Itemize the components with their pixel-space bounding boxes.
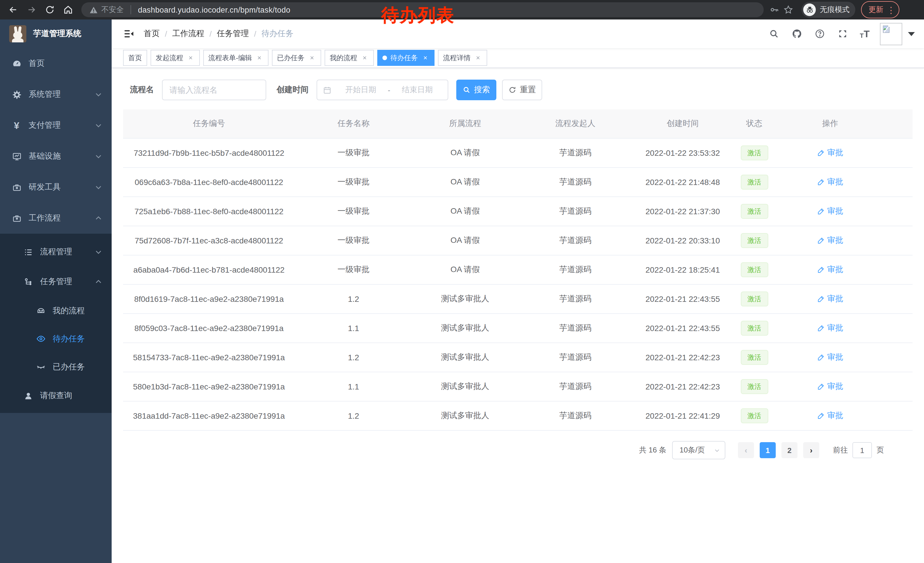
col-process: 所属流程 <box>412 110 518 138</box>
task-name-cell: 一级审批 <box>295 255 412 284</box>
starter-cell: 芋道源码 <box>518 197 633 226</box>
sidebar-item-done-tasks[interactable]: 已办任务 <box>0 353 112 381</box>
reload-icon <box>45 5 55 15</box>
avatar-caret-icon[interactable] <box>908 32 915 36</box>
task-id-cell: 8f059c03-7ac8-11ec-a9e2-a2380e71991a <box>123 314 295 343</box>
edit-pen-icon <box>817 236 825 244</box>
sidebar-item-workflow[interactable]: 工作流程 <box>0 203 112 234</box>
action-cell: 审批 <box>776 401 885 431</box>
tab-done-tasks[interactable]: 已办任务× <box>272 50 321 66</box>
sidebar-item-dev-tools[interactable]: 研发工具 <box>0 172 112 203</box>
spy-icon <box>805 6 814 14</box>
sidebar-item-label: 工作流程 <box>28 213 61 224</box>
reset-button[interactable]: 重置 <box>502 80 542 100</box>
browser-menu-icon[interactable]: ⋮ <box>887 6 896 14</box>
page-size-select[interactable]: 10条/页 <box>672 441 725 459</box>
approve-link[interactable]: 审批 <box>817 381 843 392</box>
next-page-button[interactable]: › <box>803 442 819 458</box>
approve-link[interactable]: 审批 <box>817 177 843 187</box>
fullscreen-button[interactable] <box>837 28 848 39</box>
help-doc-button[interactable] <box>814 28 825 39</box>
process-name-input[interactable] <box>162 80 266 100</box>
url-text[interactable]: dashboard.yudao.iocoder.cn/bpm/task/todo <box>138 6 290 14</box>
sidebar-item-process-management[interactable]: 流程管理 <box>0 237 112 267</box>
breadcrumb-separator: / <box>254 29 256 38</box>
browser-back-button[interactable] <box>8 5 18 15</box>
page-number-2[interactable]: 2 <box>782 442 798 458</box>
approve-link[interactable]: 审批 <box>817 235 843 245</box>
approve-link[interactable]: 审批 <box>817 264 843 275</box>
table-row: 580e1b3d-7ac8-11ec-a9e2-a2380e71991a 1.1… <box>123 372 912 401</box>
close-icon[interactable]: × <box>187 54 195 62</box>
tab-todo-tasks[interactable]: 待办任务× <box>377 50 435 66</box>
close-icon[interactable]: × <box>361 54 369 62</box>
browser-home-button[interactable] <box>63 5 73 15</box>
task-id-cell: 069c6a63-7b8a-11ec-8ef0-acde48001122 <box>123 168 295 197</box>
approve-link[interactable]: 审批 <box>817 410 843 421</box>
tab-home[interactable]: 首页 <box>123 50 147 66</box>
breadcrumb-task-management[interactable]: 任务管理 <box>217 29 249 39</box>
sidebar-item-leave-query[interactable]: 请假查询 <box>0 381 112 411</box>
browser-reload-button[interactable] <box>45 5 55 15</box>
security-label[interactable]: 不安全 <box>101 5 124 15</box>
approve-link[interactable]: 审批 <box>817 323 843 333</box>
status-cell: 激活 <box>733 372 776 401</box>
date-range-picker[interactable]: 开始日期 - 结束日期 <box>316 80 448 100</box>
chevron-down-icon <box>94 122 102 129</box>
sidebar-collapse-button[interactable] <box>123 28 135 39</box>
starter-cell: 芋道源码 <box>518 255 633 284</box>
browser-forward-button[interactable] <box>26 5 37 15</box>
bookmark-star-button[interactable] <box>783 5 794 15</box>
search-button[interactable]: 搜索 <box>456 80 496 100</box>
goto-page-input[interactable] <box>852 442 872 458</box>
action-cell: 审批 <box>776 168 885 197</box>
font-size-button[interactable]: TT <box>860 29 870 39</box>
task-id-cell: 75d72608-7b7f-11ec-a3c8-acde48001122 <box>123 226 295 255</box>
tab-process-detail[interactable]: 流程详情× <box>438 50 487 66</box>
time-cell: 2022-01-21 22:42:23 <box>633 372 733 401</box>
breadcrumb-workflow[interactable]: 工作流程 <box>172 29 204 39</box>
task-name-cell: 1.1 <box>295 372 412 401</box>
start-date-placeholder[interactable]: 开始日期 <box>336 85 386 95</box>
sidebar-item-home[interactable]: 首页 <box>0 48 112 79</box>
gear-icon <box>12 89 22 100</box>
avatar[interactable] <box>880 23 902 45</box>
close-icon[interactable]: × <box>422 54 429 62</box>
approve-link[interactable]: 审批 <box>817 352 843 362</box>
github-link-button[interactable] <box>791 28 802 39</box>
password-key-button[interactable] <box>770 5 780 15</box>
tab-my-process[interactable]: 我的流程× <box>325 50 374 66</box>
page-number-1[interactable]: 1 <box>760 442 776 458</box>
table-row: 73211d9d-7b9b-11ec-b5b7-acde48001122 一级审… <box>123 138 912 168</box>
close-icon[interactable]: × <box>474 54 482 62</box>
table-row: 8f0d1619-7ac8-11ec-a9e2-a2380e71991a 1.2… <box>123 284 912 314</box>
prev-page-button[interactable]: ‹ <box>738 442 754 458</box>
dashboard-icon <box>12 59 22 69</box>
status-cell: 激活 <box>733 226 776 255</box>
approve-link[interactable]: 审批 <box>817 147 843 158</box>
tab-start-process[interactable]: 发起流程× <box>151 50 200 66</box>
active-tab-dot <box>382 56 387 60</box>
sidebar-item-system[interactable]: 系统管理 <box>0 79 112 110</box>
sidebar-item-label: 首页 <box>28 59 45 69</box>
sidebar-item-infrastructure[interactable]: 基础设施 <box>0 141 112 172</box>
sidebar-item-my-process[interactable]: 我的流程 <box>0 297 112 325</box>
browser-update-button[interactable]: 更新 ⋮ <box>861 1 899 18</box>
approve-link[interactable]: 审批 <box>817 294 843 304</box>
close-icon[interactable]: × <box>308 54 316 62</box>
breadcrumb-separator: / <box>165 29 167 38</box>
edit-pen-icon <box>817 324 825 332</box>
close-icon[interactable]: × <box>255 54 263 62</box>
sidebar-item-task-management[interactable]: 任务管理 <box>0 267 112 297</box>
header-search-button[interactable] <box>768 28 780 39</box>
status-cell: 激活 <box>733 197 776 226</box>
end-date-placeholder[interactable]: 结束日期 <box>393 85 442 95</box>
sidebar-logo[interactable]: 芋道管理系统 <box>0 20 112 48</box>
approve-link[interactable]: 审批 <box>817 206 843 216</box>
sidebar-item-payment[interactable]: ¥ 支付管理 <box>0 110 112 141</box>
sidebar-item-todo-tasks[interactable]: 待办任务 <box>0 325 112 353</box>
starter-cell: 芋道源码 <box>518 284 633 314</box>
status-badge: 激活 <box>741 233 768 248</box>
tab-process-form-edit[interactable]: 流程表单-编辑× <box>203 50 268 66</box>
breadcrumb-home[interactable]: 首页 <box>144 29 160 39</box>
